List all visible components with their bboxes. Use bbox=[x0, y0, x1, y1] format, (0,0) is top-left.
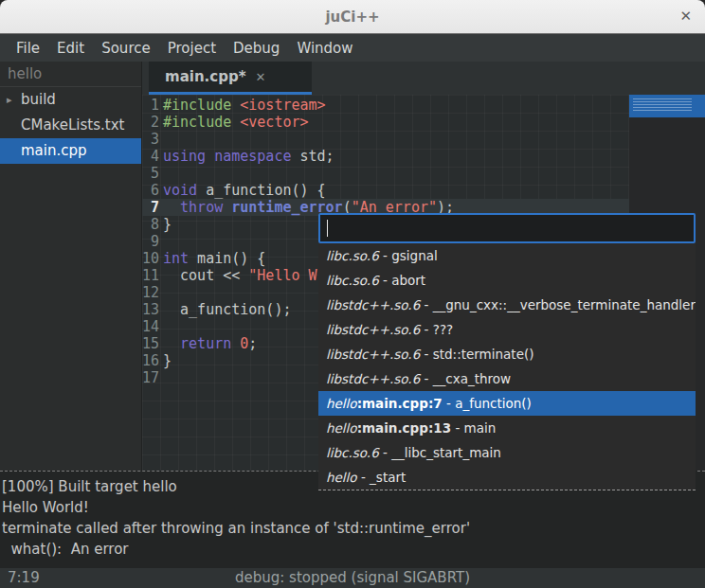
sidebar-item-build[interactable]: ▸build bbox=[0, 87, 141, 113]
stack-frame-list: libc.so.6 - gsignallibc.so.6 - abortlibs… bbox=[318, 243, 696, 490]
line-number: 14 bbox=[142, 318, 163, 335]
frame-function: __gnu_cxx::__verbose_terminate_handler() bbox=[433, 297, 696, 312]
frame-item[interactable]: libstdc++.so.6 - __cxa_throw bbox=[318, 366, 696, 391]
statusbar: 7:19 debug: stopped (signal SIGABRT) bbox=[0, 568, 705, 588]
line-number: 4 bbox=[142, 148, 163, 165]
code-line[interactable]: 3 bbox=[142, 131, 705, 148]
frame-function: _start bbox=[370, 470, 406, 485]
code-text: return 0; bbox=[163, 335, 257, 352]
menu-item-project[interactable]: Project bbox=[159, 36, 225, 61]
frame-item[interactable]: libc.so.6 - __libc_start_main bbox=[318, 440, 696, 465]
code-line[interactable]: 1#include <iostream> bbox=[142, 97, 705, 114]
frame-separator: - bbox=[420, 322, 432, 337]
line-number: 15 bbox=[142, 335, 163, 352]
console-line: terminate called after throwing an insta… bbox=[2, 518, 705, 539]
frame-item[interactable]: libc.so.6 - abort bbox=[318, 268, 696, 293]
frame-separator: - bbox=[379, 445, 391, 460]
menubar: FileEditSourceProjectDebugWindow bbox=[0, 34, 705, 62]
tab-main-cpp[interactable]: main.cpp* ✕ bbox=[149, 62, 312, 95]
code-line[interactable]: 2#include <vector> bbox=[142, 114, 705, 131]
frame-separator: - bbox=[443, 396, 455, 411]
code-text: } bbox=[163, 216, 172, 233]
line-number: 17 bbox=[142, 369, 163, 386]
frame-separator: - bbox=[420, 297, 432, 312]
frame-library: hello bbox=[326, 396, 357, 411]
line-number: 2 bbox=[142, 114, 163, 131]
frame-item[interactable]: libc.so.6 - gsignal bbox=[318, 243, 696, 268]
sidebar-item-label: build bbox=[21, 91, 56, 108]
frame-function: abort bbox=[391, 273, 425, 288]
frame-function: ??? bbox=[433, 322, 454, 337]
frame-library: libstdc++.so.6 bbox=[326, 347, 420, 362]
code-text: cout << "Hello W bbox=[163, 267, 317, 284]
console-line: what(): An error bbox=[2, 539, 705, 560]
line-number: 13 bbox=[142, 301, 163, 318]
code-text: int main() { bbox=[163, 250, 265, 267]
frame-separator: - bbox=[357, 470, 370, 485]
frame-item[interactable]: hello - _start bbox=[318, 465, 696, 490]
frame-library: hello bbox=[326, 470, 357, 485]
frame-separator: - bbox=[379, 273, 391, 288]
minimap-slider[interactable] bbox=[629, 95, 705, 117]
frame-function: __cxa_throw bbox=[433, 371, 511, 386]
line-number: 5 bbox=[142, 165, 163, 182]
frame-function: gsignal bbox=[391, 248, 438, 263]
frame-separator: - bbox=[379, 248, 391, 263]
code-line[interactable]: 6void a_function() { bbox=[142, 182, 705, 199]
frame-item[interactable]: hello:main.cpp:7 - a_function() bbox=[318, 391, 696, 416]
frame-item[interactable]: hello:main.cpp:13 - main bbox=[318, 416, 696, 440]
line-number: 3 bbox=[142, 131, 163, 148]
menu-item-edit[interactable]: Edit bbox=[48, 36, 93, 61]
frame-library: libc.so.6 bbox=[326, 273, 379, 288]
file-tree-sidebar: hello ▸buildCMakeLists.txtmain.cpp bbox=[0, 62, 142, 471]
minimap-code-preview bbox=[633, 98, 692, 113]
close-icon[interactable]: ✕ bbox=[679, 8, 692, 25]
frame-library: libc.so.6 bbox=[326, 248, 379, 263]
project-header: hello bbox=[0, 62, 141, 87]
line-number: 10 bbox=[142, 250, 163, 267]
frame-library: libstdc++.so.6 bbox=[326, 371, 420, 386]
titlebar[interactable]: juCi++ ✕ bbox=[0, 0, 705, 34]
code-line[interactable]: 5 bbox=[142, 165, 705, 182]
frame-library: libstdc++.so.6 bbox=[326, 322, 420, 337]
line-number: 16 bbox=[142, 352, 163, 369]
frame-separator: - bbox=[420, 347, 432, 362]
code-line[interactable]: 4using namespace std; bbox=[142, 148, 705, 165]
frame-library: hello bbox=[326, 420, 357, 436]
frame-library: libstdc++.so.6 bbox=[326, 297, 420, 312]
sidebar-item-cmakelists-txt[interactable]: CMakeLists.txt bbox=[0, 113, 141, 138]
line-number: 8 bbox=[142, 216, 163, 233]
menu-item-source[interactable]: Source bbox=[93, 36, 159, 61]
frame-separator: - bbox=[451, 420, 463, 436]
stack-frame-popup: libc.so.6 - gsignallibc.so.6 - abortlibs… bbox=[318, 213, 696, 490]
menu-item-window[interactable]: Window bbox=[288, 36, 361, 61]
menu-item-file[interactable]: File bbox=[8, 36, 48, 61]
line-number: 12 bbox=[142, 284, 163, 301]
code-text: using namespace std; bbox=[163, 148, 334, 165]
line-number: 9 bbox=[142, 233, 163, 250]
frame-search-input[interactable] bbox=[318, 213, 696, 243]
frame-item[interactable]: libstdc++.so.6 - ??? bbox=[318, 317, 696, 342]
frame-library: libc.so.6 bbox=[326, 445, 379, 460]
tabbar: main.cpp* ✕ bbox=[142, 62, 705, 95]
sidebar-item-main-cpp[interactable]: main.cpp bbox=[0, 138, 141, 164]
line-number: 6 bbox=[142, 182, 163, 199]
sidebar-item-label: main.cpp bbox=[21, 142, 87, 159]
code-text: #include <iostream> bbox=[163, 97, 326, 114]
frame-location: :main.cpp:7 bbox=[357, 396, 443, 411]
line-number: 1 bbox=[142, 97, 163, 114]
debug-status: debug: stopped (signal SIGABRT) bbox=[0, 568, 705, 588]
code-text: void a_function() { bbox=[163, 182, 326, 199]
line-number: 11 bbox=[142, 267, 163, 284]
frame-item[interactable]: libstdc++.so.6 - __gnu_cxx::__verbose_te… bbox=[318, 293, 696, 317]
frame-function: __libc_start_main bbox=[391, 445, 501, 460]
code-text: a_function(); bbox=[163, 301, 291, 318]
expander-icon[interactable]: ▸ bbox=[7, 87, 12, 113]
frame-function: main bbox=[464, 420, 497, 436]
menu-item-debug[interactable]: Debug bbox=[225, 36, 288, 61]
code-text: } bbox=[163, 352, 172, 369]
tab-close-icon[interactable]: ✕ bbox=[255, 70, 265, 84]
frame-item[interactable]: libstdc++.so.6 - std::terminate() bbox=[318, 342, 696, 366]
text-cursor bbox=[327, 220, 328, 237]
code-text: #include <vector> bbox=[163, 114, 309, 131]
